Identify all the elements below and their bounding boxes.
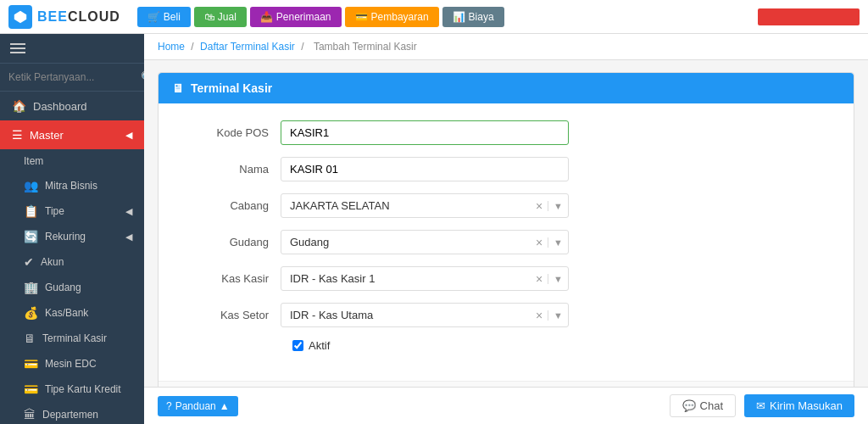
sidebar-item-gudang[interactable]: 🏢 Gudang	[24, 275, 144, 300]
logo-icon	[8, 5, 32, 29]
sidebar-item-terminal-kasir[interactable]: 🖥 Terminal Kasir	[24, 326, 144, 351]
user-profile-bar[interactable]	[758, 8, 860, 25]
kas-bank-icon: 💰	[24, 306, 38, 320]
kas-kasir-row: Kas Kasir IDR - Kas Kasir 1 × ▼	[179, 266, 833, 291]
logo: BEECLOUD	[8, 5, 120, 29]
nama-input[interactable]	[281, 157, 569, 181]
breadcrumb: Home / Daftar Terminal Kasir / Tambah Te…	[144, 34, 868, 60]
sidebar-item-mitra-bisnis[interactable]: 👥 Mitra Bisnis	[24, 173, 144, 198]
bottom-right: 💬 Chat ✉ Kirim Masukan	[670, 394, 854, 417]
kas-kasir-value: IDR - Kas Kasir 1	[281, 267, 531, 290]
aktif-label: Aktif	[309, 339, 330, 352]
sidebar-search: 🔍	[0, 64, 144, 92]
akun-icon: ✔	[24, 255, 34, 269]
nama-label: Nama	[179, 163, 281, 176]
master-icon: ☰	[12, 128, 23, 142]
mitra-bisnis-icon: 👥	[24, 179, 38, 192]
aktif-checkbox[interactable]	[292, 340, 303, 351]
card-header: 🖥 Terminal Kasir	[159, 73, 854, 103]
gudang-clear-icon[interactable]: ×	[531, 236, 548, 249]
sidebar-item-rekuring[interactable]: 🔄 Rekuring ◀	[24, 224, 144, 249]
sidebar-item-master[interactable]: ☰ Master ◀	[0, 120, 144, 149]
terminal-kasir-icon: 🖥	[24, 332, 36, 345]
kas-setor-label: Kas Setor	[179, 309, 281, 321]
panduan-icon: ?	[166, 400, 172, 412]
sidebar-hamburger[interactable]	[0, 34, 144, 64]
panduan-button[interactable]: ? Panduan ▲	[158, 396, 238, 416]
master-arrow-icon: ◀	[125, 130, 132, 141]
gudang-select[interactable]: Gudang × ▼	[281, 230, 569, 254]
logo-text: BEECLOUD	[37, 9, 120, 25]
kirim-masukan-button[interactable]: ✉ Kirim Masukan	[744, 394, 854, 417]
kas-setor-dropdown-icon[interactable]: ▼	[548, 310, 568, 321]
sidebar-item-dashboard[interactable]: 🏠 Dashboard	[0, 92, 144, 120]
card-footer: ⊕ Kembali 💾 Simpan	[159, 381, 854, 387]
sidebar: 🔍 🏠 Dashboard ☰ Master ◀ Item 👥 Mitra Bi…	[0, 34, 144, 424]
card-title: Terminal Kasir	[191, 81, 272, 95]
sidebar-item-item[interactable]: Item	[24, 149, 144, 173]
gudang-dropdown-icon[interactable]: ▼	[548, 237, 568, 248]
departemen-icon: 🏛	[24, 408, 36, 421]
cabang-clear-icon[interactable]: ×	[531, 199, 548, 213]
nav-menu: 🛒 Beli 🛍 Jual 📥 Penerimaan 💳 Pembayaran …	[137, 7, 504, 27]
form-card: 🖥 Terminal Kasir Kode POS Nama	[158, 72, 854, 387]
gudang-label: Gudang	[179, 236, 281, 248]
cabang-label: Cabang	[179, 199, 281, 212]
sidebar-sub-menu: Item 👥 Mitra Bisnis 📋 Tipe ◀ 🔄 Rekuring …	[0, 149, 144, 424]
tipe-icon: 📋	[24, 204, 38, 218]
bottom-bar: ? Panduan ▲ 💬 Chat ✉ Kirim Masukan	[144, 387, 868, 424]
cabang-dropdown-icon[interactable]: ▼	[548, 201, 568, 211]
kas-kasir-dropdown-icon[interactable]: ▼	[548, 274, 568, 284]
dashboard-icon: 🏠	[12, 99, 26, 113]
nav-beli-button[interactable]: 🛒 Beli	[137, 7, 191, 27]
gudang-value: Gudang	[281, 231, 531, 254]
kas-setor-row: Kas Setor IDR - Kas Utama × ▼	[179, 303, 833, 327]
mesin-edc-icon: 💳	[24, 357, 38, 371]
nav-pembayaran-button[interactable]: 💳 Pembayaran	[345, 7, 439, 27]
cabang-select[interactable]: JAKARTA SELATAN × ▼	[281, 193, 569, 218]
chat-button[interactable]: 💬 Chat	[670, 394, 736, 417]
top-navbar: BEECLOUD 🛒 Beli 🛍 Jual 📥 Penerimaan 💳 Pe…	[0, 0, 868, 34]
kas-setor-select[interactable]: IDR - Kas Utama × ▼	[281, 303, 569, 327]
kas-setor-clear-icon[interactable]: ×	[531, 309, 548, 322]
breadcrumb-current: Tambah Terminal Kasir	[314, 41, 417, 53]
kas-kasir-clear-icon[interactable]: ×	[531, 272, 548, 286]
cabang-row: Cabang JAKARTA SELATAN × ▼	[179, 193, 833, 218]
panduan-arrow-icon: ▲	[220, 400, 230, 412]
gudang-row: Gudang Gudang × ▼	[179, 230, 833, 254]
nama-row: Nama	[179, 157, 833, 181]
kode-pos-label: Kode POS	[179, 126, 281, 139]
kas-kasir-select[interactable]: IDR - Kas Kasir 1 × ▼	[281, 266, 569, 291]
sidebar-item-mesin-edc[interactable]: 💳 Mesin EDC	[24, 351, 144, 377]
gudang-icon: 🏢	[24, 281, 38, 294]
sidebar-item-tipe-kartu-kredit[interactable]: 💳 Tipe Kartu Kredit	[24, 377, 144, 402]
cabang-value: JAKARTA SELATAN	[281, 194, 531, 217]
chat-icon: 💬	[682, 399, 696, 412]
top-right-bar	[758, 8, 860, 25]
rekuring-icon: 🔄	[24, 230, 38, 243]
breadcrumb-daftar[interactable]: Daftar Terminal Kasir	[200, 41, 295, 53]
content-area: Home / Daftar Terminal Kasir / Tambah Te…	[144, 34, 868, 424]
nav-jual-button[interactable]: 🛍 Jual	[194, 7, 247, 27]
sidebar-item-tipe[interactable]: 📋 Tipe ◀	[24, 198, 144, 224]
aktif-row: Aktif	[179, 339, 833, 352]
kas-kasir-label: Kas Kasir	[179, 272, 281, 285]
monitor-icon: 🖥	[172, 81, 184, 95]
kirim-icon: ✉	[756, 399, 765, 412]
kode-pos-input[interactable]	[281, 120, 569, 145]
tipe-kartu-kredit-icon: 💳	[24, 382, 38, 396]
nav-penerimaan-button[interactable]: 📥 Penerimaan	[250, 7, 342, 27]
page-content: 🖥 Terminal Kasir Kode POS Nama	[144, 60, 868, 387]
rekuring-arrow-icon: ◀	[125, 232, 132, 243]
svg-marker-0	[14, 10, 26, 22]
sidebar-item-kas-bank[interactable]: 💰 Kas/Bank	[24, 300, 144, 326]
tipe-arrow-icon: ◀	[125, 206, 132, 217]
breadcrumb-home[interactable]: Home	[158, 41, 185, 53]
sidebar-item-departemen[interactable]: 🏛 Departemen	[24, 402, 144, 424]
sidebar-item-akun[interactable]: ✔ Akun	[24, 249, 144, 275]
search-input[interactable]	[8, 71, 136, 83]
card-body: Kode POS Nama Cabang JAKARTA SELATAN ×	[159, 103, 854, 381]
main-layout: 🔍 🏠 Dashboard ☰ Master ◀ Item 👥 Mitra Bi…	[0, 34, 868, 424]
nav-biaya-button[interactable]: 📊 Biaya	[442, 7, 504, 27]
kode-pos-row: Kode POS	[179, 120, 833, 145]
